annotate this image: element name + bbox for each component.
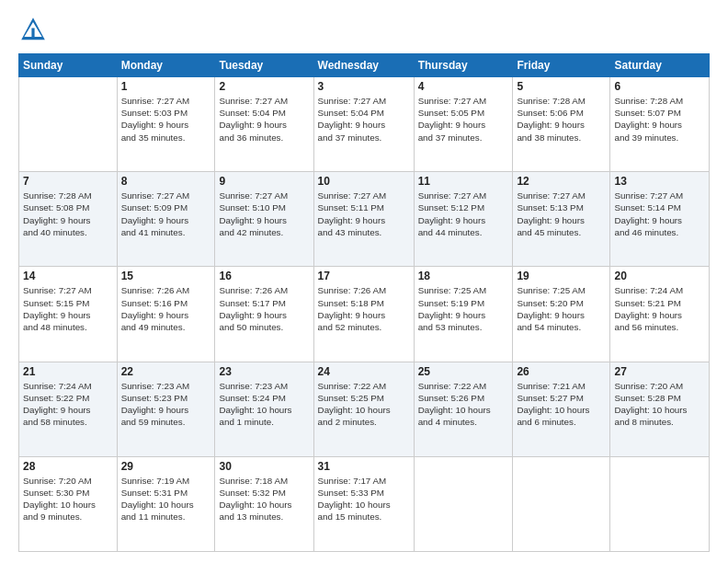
calendar-cell: 13Sunrise: 7:27 AM Sunset: 5:14 PM Dayli… [610,172,710,267]
calendar-cell: 17Sunrise: 7:26 AM Sunset: 5:18 PM Dayli… [313,267,414,362]
calendar-cell: 22Sunrise: 7:23 AM Sunset: 5:23 PM Dayli… [117,362,215,456]
calendar-cell: 21Sunrise: 7:24 AM Sunset: 5:22 PM Dayli… [19,362,118,456]
day-info: Sunrise: 7:26 AM Sunset: 5:17 PM Dayligh… [219,284,309,333]
calendar-cell: 11Sunrise: 7:27 AM Sunset: 5:12 PM Dayli… [414,172,513,267]
calendar-cell: 27Sunrise: 7:20 AM Sunset: 5:28 PM Dayli… [610,362,710,456]
calendar-cell [19,77,118,172]
weekday-header-sunday: Sunday [19,54,118,77]
calendar-cell: 26Sunrise: 7:21 AM Sunset: 5:27 PM Dayli… [513,362,610,456]
day-info: Sunrise: 7:22 AM Sunset: 5:25 PM Dayligh… [318,380,410,429]
weekday-header-friday: Friday [513,54,610,77]
calendar-cell: 12Sunrise: 7:27 AM Sunset: 5:13 PM Dayli… [513,172,610,267]
day-number: 6 [614,80,705,93]
calendar-cell: 29Sunrise: 7:19 AM Sunset: 5:31 PM Dayli… [117,456,215,551]
calendar-cell: 28Sunrise: 7:20 AM Sunset: 5:30 PM Dayli… [19,456,118,551]
day-info: Sunrise: 7:28 AM Sunset: 5:06 PM Dayligh… [517,95,606,144]
calendar-cell: 6Sunrise: 7:28 AM Sunset: 5:07 PM Daylig… [610,77,710,172]
day-info: Sunrise: 7:24 AM Sunset: 5:22 PM Dayligh… [23,380,113,429]
day-number: 5 [517,80,606,93]
calendar-cell: 18Sunrise: 7:25 AM Sunset: 5:19 PM Dayli… [414,267,513,362]
day-number: 8 [121,175,211,188]
calendar-cell: 23Sunrise: 7:23 AM Sunset: 5:24 PM Dayli… [215,362,313,456]
logo [18,15,51,44]
calendar-cell: 14Sunrise: 7:27 AM Sunset: 5:15 PM Dayli… [19,267,118,362]
calendar-week-row: 14Sunrise: 7:27 AM Sunset: 5:15 PM Dayli… [19,267,710,362]
day-number: 3 [318,80,410,93]
calendar-cell: 2Sunrise: 7:27 AM Sunset: 5:04 PM Daylig… [215,77,313,172]
day-number: 1 [121,80,211,93]
calendar-cell: 9Sunrise: 7:27 AM Sunset: 5:10 PM Daylig… [215,172,313,267]
calendar-cell: 20Sunrise: 7:24 AM Sunset: 5:21 PM Dayli… [610,267,710,362]
day-info: Sunrise: 7:27 AM Sunset: 5:14 PM Dayligh… [614,190,705,238]
calendar-cell: 16Sunrise: 7:26 AM Sunset: 5:17 PM Dayli… [215,267,313,362]
calendar-body: 1Sunrise: 7:27 AM Sunset: 5:03 PM Daylig… [19,77,710,552]
calendar-cell [513,456,610,551]
day-info: Sunrise: 7:28 AM Sunset: 5:08 PM Dayligh… [23,190,113,238]
day-info: Sunrise: 7:20 AM Sunset: 5:30 PM Dayligh… [23,475,113,523]
day-info: Sunrise: 7:17 AM Sunset: 5:33 PM Dayligh… [318,475,410,523]
day-number: 10 [318,175,410,188]
calendar-cell: 3Sunrise: 7:27 AM Sunset: 5:04 PM Daylig… [313,77,414,172]
day-number: 11 [418,175,509,188]
day-info: Sunrise: 7:27 AM Sunset: 5:04 PM Dayligh… [318,95,410,144]
calendar-week-row: 28Sunrise: 7:20 AM Sunset: 5:30 PM Dayli… [19,456,710,551]
calendar-cell: 25Sunrise: 7:22 AM Sunset: 5:26 PM Dayli… [414,362,513,456]
day-info: Sunrise: 7:24 AM Sunset: 5:21 PM Dayligh… [614,284,705,333]
day-number: 30 [219,460,309,473]
calendar-week-row: 1Sunrise: 7:27 AM Sunset: 5:03 PM Daylig… [19,77,710,172]
header [18,15,710,44]
day-info: Sunrise: 7:27 AM Sunset: 5:12 PM Dayligh… [418,190,509,238]
day-info: Sunrise: 7:26 AM Sunset: 5:18 PM Dayligh… [318,284,410,333]
calendar-cell: 1Sunrise: 7:27 AM Sunset: 5:03 PM Daylig… [117,77,215,172]
weekday-header-wednesday: Wednesday [313,54,414,77]
weekday-header-row: SundayMondayTuesdayWednesdayThursdayFrid… [19,54,710,77]
day-number: 22 [121,365,211,378]
logo-icon [18,15,48,44]
day-number: 17 [318,270,410,282]
day-info: Sunrise: 7:18 AM Sunset: 5:32 PM Dayligh… [219,475,309,523]
day-info: Sunrise: 7:26 AM Sunset: 5:16 PM Dayligh… [121,284,211,333]
day-info: Sunrise: 7:23 AM Sunset: 5:23 PM Dayligh… [121,380,211,429]
calendar-week-row: 7Sunrise: 7:28 AM Sunset: 5:08 PM Daylig… [19,172,710,267]
day-info: Sunrise: 7:27 AM Sunset: 5:13 PM Dayligh… [517,190,606,238]
day-info: Sunrise: 7:27 AM Sunset: 5:05 PM Dayligh… [418,95,509,144]
day-number: 9 [219,175,309,188]
day-info: Sunrise: 7:27 AM Sunset: 5:10 PM Dayligh… [219,190,309,238]
calendar-cell: 31Sunrise: 7:17 AM Sunset: 5:33 PM Dayli… [313,456,414,551]
day-info: Sunrise: 7:27 AM Sunset: 5:15 PM Dayligh… [23,284,113,333]
calendar-cell: 4Sunrise: 7:27 AM Sunset: 5:05 PM Daylig… [414,77,513,172]
day-info: Sunrise: 7:19 AM Sunset: 5:31 PM Dayligh… [121,475,211,523]
weekday-header-tuesday: Tuesday [215,54,313,77]
day-number: 13 [614,175,705,188]
calendar-cell [414,456,513,551]
day-info: Sunrise: 7:23 AM Sunset: 5:24 PM Dayligh… [219,380,309,429]
day-number: 14 [23,270,113,282]
day-number: 18 [418,270,509,282]
calendar-cell: 24Sunrise: 7:22 AM Sunset: 5:25 PM Dayli… [313,362,414,456]
day-info: Sunrise: 7:27 AM Sunset: 5:03 PM Dayligh… [121,95,211,144]
day-number: 20 [614,270,705,282]
calendar-cell: 10Sunrise: 7:27 AM Sunset: 5:11 PM Dayli… [313,172,414,267]
calendar-header: SundayMondayTuesdayWednesdayThursdayFrid… [19,54,710,77]
day-number: 7 [23,175,113,188]
calendar-cell [610,456,710,551]
day-number: 24 [318,365,410,378]
calendar-cell: 30Sunrise: 7:18 AM Sunset: 5:32 PM Dayli… [215,456,313,551]
weekday-header-thursday: Thursday [414,54,513,77]
day-number: 15 [121,270,211,282]
day-number: 16 [219,270,309,282]
day-number: 26 [517,365,606,378]
calendar-cell: 7Sunrise: 7:28 AM Sunset: 5:08 PM Daylig… [19,172,118,267]
day-number: 2 [219,80,309,93]
day-number: 28 [23,460,113,473]
day-info: Sunrise: 7:28 AM Sunset: 5:07 PM Dayligh… [614,95,705,144]
day-number: 19 [517,270,606,282]
day-info: Sunrise: 7:20 AM Sunset: 5:28 PM Dayligh… [614,380,705,429]
day-info: Sunrise: 7:27 AM Sunset: 5:09 PM Dayligh… [121,190,211,238]
calendar-cell: 15Sunrise: 7:26 AM Sunset: 5:16 PM Dayli… [117,267,215,362]
day-number: 31 [318,460,410,473]
day-number: 23 [219,365,309,378]
page: SundayMondayTuesdayWednesdayThursdayFrid… [0,0,728,563]
day-info: Sunrise: 7:27 AM Sunset: 5:11 PM Dayligh… [318,190,410,238]
day-info: Sunrise: 7:27 AM Sunset: 5:04 PM Dayligh… [219,95,309,144]
